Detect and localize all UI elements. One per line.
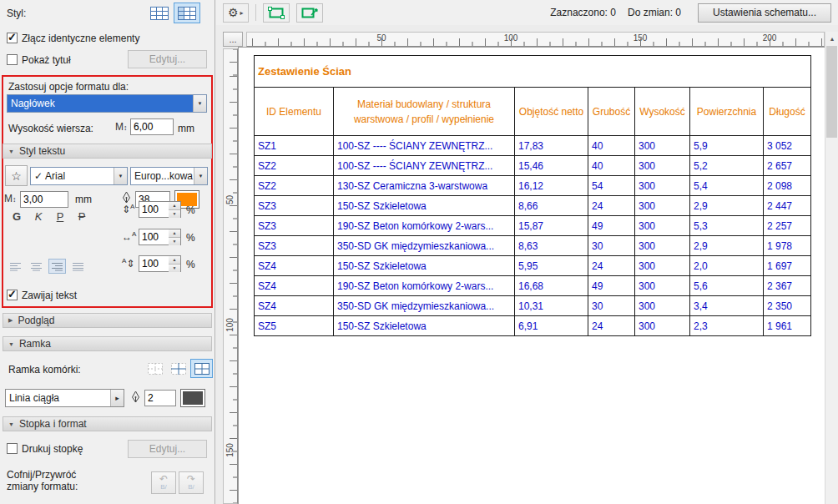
table-row[interactable]: SZ5150-SZ Szkieletowa6,91243002,31 961: [255, 316, 811, 336]
table-row[interactable]: SZ2130-SZ Ceramiczna 3-warstwowa16,12543…: [255, 176, 811, 196]
table-cell[interactable]: 150-SZ Szkieletowa: [334, 316, 515, 336]
merge-identical-checkbox[interactable]: [7, 33, 18, 43]
text-size-input[interactable]: [20, 191, 68, 208]
table-cell[interactable]: 100-SZ ---- ŚCIANY ZEWNĘTRZ...: [334, 156, 515, 176]
table-cell[interactable]: 1 978: [764, 236, 811, 256]
table-cell[interactable]: 5,3: [690, 216, 764, 236]
italic-button[interactable]: K: [28, 207, 48, 225]
table-cell[interactable]: SZ5: [255, 316, 334, 336]
table-cell[interactable]: 190-SZ Beton komórkowy 2-wars...: [334, 276, 515, 296]
table-cell[interactable]: 300: [635, 136, 690, 156]
table-cell[interactable]: 150-SZ Szkieletowa: [334, 256, 515, 276]
column-header[interactable]: Grubość: [588, 88, 635, 136]
table-cell[interactable]: 10,31: [515, 296, 588, 316]
table-cell[interactable]: 300: [635, 236, 690, 256]
width-factor-input[interactable]: [139, 229, 169, 245]
table-row[interactable]: SZ4150-SZ Szkieletowa5,95243002,01 697: [255, 256, 811, 276]
column-header[interactable]: Materiał budowlany / struktura warstwowa…: [334, 88, 515, 136]
table-cell[interactable]: 300: [635, 316, 690, 336]
table-cell[interactable]: 15,87: [515, 216, 588, 236]
table-cell[interactable]: 24: [588, 196, 635, 216]
table-cell[interactable]: 300: [635, 176, 690, 196]
table-cell[interactable]: 2,0: [690, 256, 764, 276]
table-cell[interactable]: 350-SD GK międzymieszkaniowa...: [334, 236, 515, 256]
table-cell[interactable]: 5,9: [690, 136, 764, 156]
line-spacing-input[interactable]: [139, 255, 169, 272]
show-title-checkbox[interactable]: [7, 54, 18, 65]
table-row[interactable]: SZ3350-SD GK międzymieszkaniowa...8,6330…: [255, 236, 811, 256]
stepper-arrows[interactable]: ▲▼: [169, 201, 181, 218]
chevron-down-icon[interactable]: ▼: [114, 168, 127, 184]
table-cell[interactable]: 2 447: [764, 196, 811, 216]
table-cell[interactable]: SZ1: [255, 136, 334, 156]
table-cell[interactable]: 3 052: [764, 136, 811, 156]
table-cell[interactable]: 5,6: [690, 276, 764, 296]
schedule-canvas[interactable]: Zestawienie Ścian ID ElementuMateriał bu…: [238, 47, 825, 504]
section-preview[interactable]: ▶ Podgląd: [3, 313, 212, 328]
arrow-up-icon[interactable]: ▲: [169, 229, 180, 237]
table-cell[interactable]: 5,95: [515, 256, 588, 276]
table-cell[interactable]: 2,3: [690, 316, 764, 336]
grid-style-header-button[interactable]: [174, 3, 200, 23]
table-cell[interactable]: SZ4: [255, 256, 334, 276]
table-cell[interactable]: 100-SZ ---- ŚCIANY ZEWNĘTRZ...: [334, 136, 515, 156]
edit-selection-button[interactable]: [296, 3, 323, 23]
arrow-down-icon[interactable]: ▼: [169, 237, 180, 245]
table-cell[interactable]: SZ3: [255, 236, 334, 256]
font-dropdown[interactable]: ✓ Arial ▼: [30, 167, 128, 185]
scrollbar-thumb[interactable]: [826, 46, 837, 138]
line-spacing-stepper[interactable]: ▲▼: [139, 255, 181, 272]
table-cell[interactable]: 5,4: [690, 176, 764, 196]
stepper-arrows[interactable]: ▲▼: [169, 255, 181, 272]
underline-button[interactable]: P: [50, 207, 70, 225]
table-cell[interactable]: 300: [635, 196, 690, 216]
table-cell[interactable]: 49: [588, 276, 635, 296]
stepper-arrows[interactable]: ▲▼: [169, 229, 181, 245]
table-cell[interactable]: 300: [635, 216, 690, 236]
table-row[interactable]: SZ1100-SZ ---- ŚCIANY ZEWNĘTRZ...17,8340…: [255, 136, 811, 156]
table-cell[interactable]: 2 350: [764, 296, 811, 316]
column-header[interactable]: Wysokość: [635, 88, 690, 136]
select-items-button[interactable]: [263, 3, 290, 23]
charset-dropdown[interactable]: Europ...kowa ▼: [130, 167, 208, 185]
schedule-settings-popup-button[interactable]: ⚙ ▸: [223, 3, 249, 23]
table-cell[interactable]: 2 098: [764, 176, 811, 196]
column-header[interactable]: Objętość netto: [515, 88, 588, 136]
arrow-down-icon[interactable]: ▼: [169, 264, 180, 272]
column-header[interactable]: ID Elementu: [255, 88, 334, 136]
align-left-button[interactable]: [7, 259, 24, 274]
align-right-button[interactable]: [48, 259, 66, 274]
section-frame[interactable]: ▼ Ramka: [3, 336, 212, 351]
table-cell[interactable]: 15,46: [515, 156, 588, 176]
table-row[interactable]: SZ3150-SZ Szkieletowa8,66243002,92 447: [255, 196, 811, 216]
scroll-up-icon[interactable]: ▲: [825, 32, 838, 45]
table-cell[interactable]: 300: [635, 156, 690, 176]
strikethrough-button[interactable]: P: [72, 207, 92, 225]
align-center-button[interactable]: [28, 259, 45, 274]
table-cell[interactable]: SZ3: [255, 216, 334, 236]
table-row[interactable]: SZ4190-SZ Beton komórkowy 2-wars...16,68…: [255, 276, 811, 296]
wrap-text-checkbox[interactable]: [7, 290, 18, 300]
table-cell[interactable]: 1 697: [764, 256, 811, 276]
table-cell[interactable]: 24: [588, 256, 635, 276]
line-type-dropdown[interactable]: Linia ciągła ▸: [5, 389, 124, 407]
border-inner-button[interactable]: [167, 359, 189, 378]
table-cell[interactable]: 54: [588, 176, 635, 196]
table-cell[interactable]: 49: [588, 216, 635, 236]
border-none-button[interactable]: [144, 359, 166, 378]
table-cell[interactable]: 300: [635, 276, 690, 296]
column-header[interactable]: Powierzchnia: [690, 88, 764, 136]
char-spacing-input[interactable]: [139, 201, 169, 218]
table-cell[interactable]: 40: [588, 156, 635, 176]
table-cell[interactable]: 16,12: [515, 176, 588, 196]
table-cell[interactable]: 5,2: [690, 156, 764, 176]
table-cell[interactable]: 1 961: [764, 316, 811, 336]
table-cell[interactable]: 40: [588, 136, 635, 156]
schema-settings-button[interactable]: Ustawienia schematu...: [698, 3, 831, 23]
table-cell[interactable]: 24: [588, 316, 635, 336]
char-spacing-stepper[interactable]: ▲▼: [139, 201, 181, 218]
table-row[interactable]: SZ2100-SZ ---- ŚCIANY ZEWNĘTRZ...15,4640…: [255, 156, 811, 176]
frame-pen-input[interactable]: [144, 390, 176, 406]
flyout-arrow-icon[interactable]: ▸: [110, 390, 124, 406]
table-cell[interactable]: 2 657: [764, 156, 811, 176]
